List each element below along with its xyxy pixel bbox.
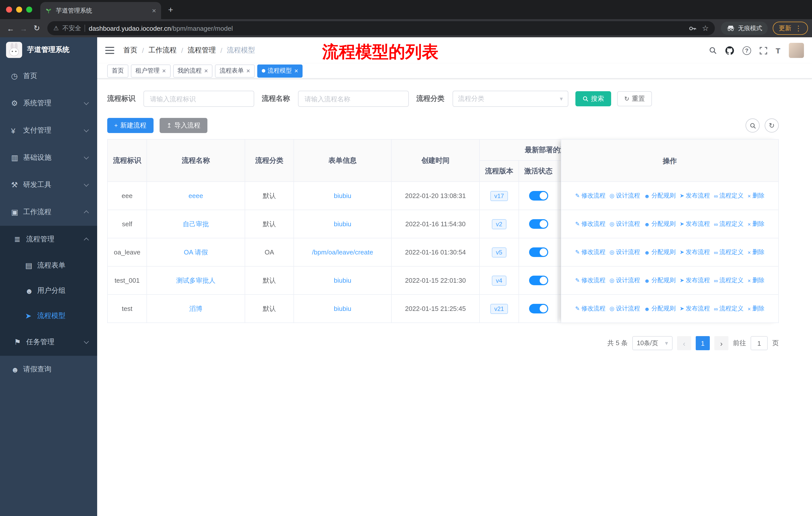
sidebar-item-devtools[interactable]: ⚒研发工具 xyxy=(0,171,97,198)
password-key-icon[interactable] xyxy=(689,24,696,32)
action-definition-link[interactable]: ∞流程定义 xyxy=(714,304,744,313)
action-design-link[interactable]: ◎设计流程 xyxy=(610,304,640,313)
action-definition-link[interactable]: ∞流程定义 xyxy=(714,248,744,256)
sidebar-item-user-group[interactable]: ☻用户分组 xyxy=(0,278,97,303)
sidebar-item-infrastructure[interactable]: ▥基础设施 xyxy=(0,144,97,171)
breadcrumb-workflow[interactable]: 工作流程 xyxy=(148,46,177,55)
browser-tab[interactable]: 芋道管理系统 × xyxy=(40,2,161,19)
fullscreen-icon[interactable] xyxy=(760,47,767,54)
browser-menu-icon[interactable]: ⋮ xyxy=(795,24,802,32)
action-definition-link[interactable]: ∞流程定义 xyxy=(714,220,744,228)
model-name-link[interactable]: 测试多审批人 xyxy=(176,276,215,284)
page-size-select[interactable]: 10条/页 ▾ xyxy=(632,336,672,350)
tag-close-icon[interactable]: × xyxy=(204,67,208,75)
reset-button[interactable]: ↻ 重置 xyxy=(617,91,652,106)
sidebar-item-workflow[interactable]: ▣工作流程 xyxy=(0,198,97,226)
search-icon[interactable] xyxy=(709,46,717,54)
action-definition-link[interactable]: ∞流程定义 xyxy=(714,191,744,200)
action-delete-link[interactable]: ×删除 xyxy=(748,248,764,256)
next-page-button[interactable]: › xyxy=(714,336,728,350)
action-assign-rule-link[interactable]: ☻分配规则 xyxy=(644,276,675,285)
form-info-link[interactable]: /bpm/oa/leave/create xyxy=(312,248,373,256)
font-size-icon[interactable]: T xyxy=(776,46,780,55)
tab-close-icon[interactable]: × xyxy=(152,6,156,15)
action-design-link[interactable]: ◎设计流程 xyxy=(610,191,640,200)
action-assign-rule-link[interactable]: ☻分配规则 xyxy=(644,304,675,313)
new-tab-button[interactable]: + xyxy=(168,5,173,15)
sidebar-item-home[interactable]: ◷首页 xyxy=(0,62,97,90)
model-name-link[interactable]: eeee xyxy=(188,192,203,199)
action-design-link[interactable]: ◎设计流程 xyxy=(610,248,640,256)
tag-close-icon[interactable]: × xyxy=(246,67,250,75)
sidebar-item-task-management[interactable]: ⚑任务管理 xyxy=(0,329,97,356)
import-process-button[interactable]: ↥ 导入流程 xyxy=(160,118,207,133)
prev-page-button[interactable]: ‹ xyxy=(677,336,691,350)
action-delete-link[interactable]: ×删除 xyxy=(748,191,764,200)
form-info-link[interactable]: biubiu xyxy=(334,305,351,313)
bookmark-star-icon[interactable]: ☆ xyxy=(702,24,709,33)
active-toggle[interactable] xyxy=(529,191,548,200)
model-name-link[interactable]: 自己审批 xyxy=(183,220,209,227)
goto-page-input[interactable] xyxy=(751,336,768,350)
current-page-button[interactable]: 1 xyxy=(696,336,710,350)
action-delete-link[interactable]: ×删除 xyxy=(748,276,764,285)
action-design-link[interactable]: ◎设计流程 xyxy=(610,276,640,285)
search-button[interactable]: 搜索 xyxy=(575,91,611,106)
action-assign-rule-link[interactable]: ☻分配规则 xyxy=(644,220,675,228)
refresh-table-button[interactable]: ↻ xyxy=(765,118,779,133)
sidebar-toggle-icon[interactable] xyxy=(105,47,114,54)
action-delete-link[interactable]: ×删除 xyxy=(748,220,764,228)
active-toggle[interactable] xyxy=(529,304,548,314)
github-icon[interactable] xyxy=(725,46,734,55)
action-publish-link[interactable]: ➤发布流程 xyxy=(679,304,710,313)
sidebar-item-process-management[interactable]: ≣流程管理 xyxy=(0,226,97,253)
model-name-link[interactable]: 滔博 xyxy=(189,305,202,312)
address-bar[interactable]: ⚠ 不安全 dashboard.yudao.iocoder.cn/bpm/man… xyxy=(47,21,715,35)
model-name-link[interactable]: OA 请假 xyxy=(184,248,208,256)
action-publish-link[interactable]: ➤发布流程 xyxy=(679,276,710,285)
sidebar-item-leave-query[interactable]: ☻请假查询 xyxy=(0,356,97,383)
form-info-link[interactable]: biubiu xyxy=(334,192,351,199)
active-toggle[interactable] xyxy=(529,276,548,285)
tag-close-icon[interactable]: × xyxy=(294,67,298,75)
action-design-link[interactable]: ◎设计流程 xyxy=(610,220,640,228)
form-info-link[interactable]: biubiu xyxy=(334,220,351,228)
create-process-button[interactable]: + 新建流程 xyxy=(107,118,153,133)
breadcrumb-home[interactable]: 首页 xyxy=(123,46,138,55)
window-zoom-button[interactable] xyxy=(26,6,32,12)
forward-icon[interactable]: → xyxy=(17,24,30,32)
user-avatar[interactable] xyxy=(789,43,804,58)
sidebar-item-payment[interactable]: ¥支付管理 xyxy=(0,117,97,144)
action-edit-link[interactable]: ✎修改流程 xyxy=(575,191,605,200)
tag-home[interactable]: 首页 xyxy=(107,64,128,77)
sidebar-item-system[interactable]: ⚙系统管理 xyxy=(0,90,97,117)
tag-tenant[interactable]: 租户管理× xyxy=(131,64,170,77)
toggle-search-button[interactable] xyxy=(746,118,760,133)
tag-process-model[interactable]: 流程模型× xyxy=(257,64,303,77)
action-publish-link[interactable]: ➤发布流程 xyxy=(679,191,710,200)
filter-category-select[interactable]: 流程分类 ▾ xyxy=(453,91,568,107)
action-edit-link[interactable]: ✎修改流程 xyxy=(575,276,605,285)
action-assign-rule-link[interactable]: ☻分配规则 xyxy=(644,191,675,200)
help-icon[interactable]: ? xyxy=(743,46,751,55)
tag-process-form[interactable]: 流程表单× xyxy=(215,64,255,77)
sidebar-item-process-model[interactable]: ➤流程模型 xyxy=(0,303,97,329)
window-close-button[interactable] xyxy=(6,6,12,12)
reload-icon[interactable]: ↻ xyxy=(30,24,43,33)
filter-key-input[interactable] xyxy=(143,91,254,107)
browser-update-button[interactable]: 更新 ⋮ xyxy=(773,22,808,35)
active-toggle[interactable] xyxy=(529,247,548,257)
action-definition-link[interactable]: ∞流程定义 xyxy=(714,276,744,285)
back-icon[interactable]: ← xyxy=(4,24,17,32)
action-edit-link[interactable]: ✎修改流程 xyxy=(575,220,605,228)
action-edit-link[interactable]: ✎修改流程 xyxy=(575,248,605,256)
action-publish-link[interactable]: ➤发布流程 xyxy=(679,220,710,228)
tag-close-icon[interactable]: × xyxy=(162,67,166,75)
form-info-link[interactable]: biubiu xyxy=(334,277,351,284)
breadcrumb-process-management[interactable]: 流程管理 xyxy=(188,46,216,55)
action-edit-link[interactable]: ✎修改流程 xyxy=(575,304,605,313)
tag-my-process[interactable]: 我的流程× xyxy=(173,64,212,77)
filter-name-input[interactable] xyxy=(298,91,409,107)
window-minimize-button[interactable] xyxy=(16,6,22,12)
active-toggle[interactable] xyxy=(529,219,548,229)
